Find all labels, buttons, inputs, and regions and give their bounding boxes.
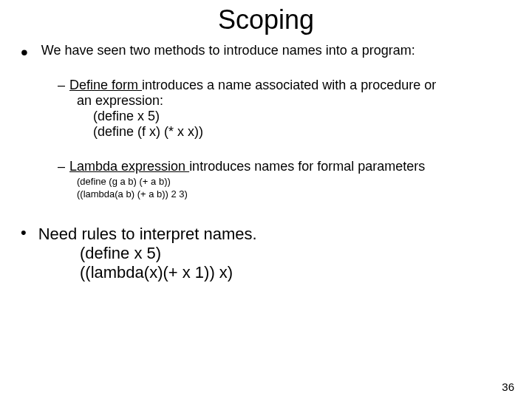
sub-define-line2: an expression: — [77, 93, 502, 109]
dash-icon: – — [58, 159, 65, 174]
slide-title: Scoping — [0, 4, 532, 35]
sub-define-code2: (define (f x) (* x x)) — [93, 124, 502, 140]
sub-define-form: – Define form introduces a name associat… — [58, 78, 502, 140]
dash-icon: – — [58, 78, 65, 93]
bullet-intro: • We have seen two methods to introduce … — [21, 43, 502, 58]
bullet-need-rules-text: Need rules to interpret names. — [38, 225, 257, 244]
bullet-dot-icon: • — [21, 225, 27, 241]
sub-define-lead: Define form — [69, 78, 142, 92]
sub-define-rest: introduces a name associated with a proc… — [142, 78, 436, 92]
sub-lambda-lead: Lambda expression — [69, 159, 189, 174]
sub-lambda-rest: introduces names for formal parameters — [189, 159, 425, 174]
sub-lambda-small2: ((lambda(a b) (+ a b)) 2 3) — [77, 188, 502, 200]
sub-lambda-line1: Lambda expression introduces names for f… — [69, 159, 425, 174]
bullet-dot-icon: • — [21, 46, 28, 59]
need-rules-code1: (define x 5) — [80, 244, 532, 263]
sub-define-line1: Define form introduces a name associated… — [69, 78, 436, 93]
bullet-need-rules: • Need rules to interpret names. — [21, 225, 502, 244]
bullet-intro-text: We have seen two methods to introduce na… — [41, 43, 502, 58]
need-rules-code2: ((lambda(x)(+ x 1)) x) — [80, 263, 532, 282]
sub-define-code1: (define x 5) — [93, 109, 502, 124]
page-number: 36 — [502, 381, 514, 393]
sub-lambda: – Lambda expression introduces names for… — [58, 159, 502, 200]
sub-lambda-small1: (define (g a b) (+ a b)) — [77, 176, 502, 187]
